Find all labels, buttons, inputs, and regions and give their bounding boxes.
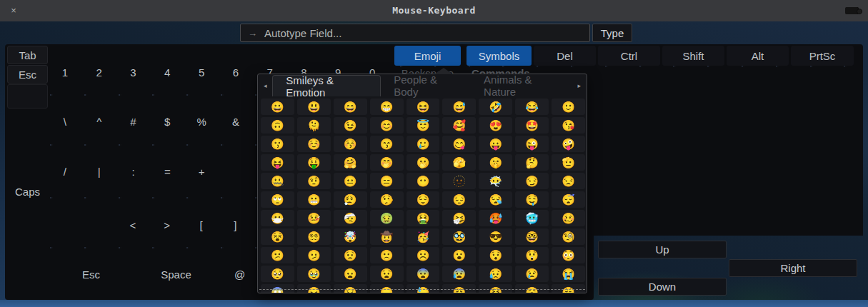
emoji-cell[interactable]: 🙁 [370,247,404,263]
emoji-cell[interactable]: 😭 [552,266,585,282]
key[interactable]: & [219,112,253,131]
key-shift[interactable]: Shift [662,46,724,66]
emoji-cell[interactable]: 🫥 [442,173,476,189]
emoji-cell[interactable]: 🤨 [297,173,331,189]
emoji-cell[interactable]: ☹️ [406,247,440,263]
emoji-cell[interactable]: 🤫 [479,154,512,171]
key[interactable]: $ [150,112,184,131]
emoji-cell[interactable]: 🤥 [370,191,404,208]
emoji-cell[interactable]: 🥹 [297,266,331,282]
emoji-cell[interactable]: 🤭 [370,154,404,171]
emoji-cell[interactable]: 🤢 [370,210,404,226]
key[interactable]: > [150,216,184,234]
tab-smileys-emotion[interactable]: Smileys & Emotion [272,75,381,96]
emoji-cell[interactable]: 😮 [442,247,476,263]
emoji-cell[interactable]: 😨 [406,266,440,282]
key[interactable]: | [82,162,116,181]
key[interactable]: 2 [82,63,116,81]
key[interactable]: Space [132,265,220,283]
emoji-cell[interactable]: 😋 [442,136,476,152]
emoji-cell[interactable]: 😦 [334,266,367,282]
emoji-cell[interactable]: 🫣 [442,154,476,171]
emoji-cell[interactable]: 🤔 [515,154,549,171]
emoji-cell[interactable]: 😘 [552,117,585,134]
emoji-cell[interactable]: 🥶 [515,210,549,226]
emoji-cell[interactable]: 🙄 [261,191,294,208]
emoji-cell[interactable]: 🤒 [297,210,331,226]
key[interactable]: ^ [82,112,116,131]
key-up[interactable]: Up [598,241,727,258]
emoji-cell[interactable]: 😷 [261,210,294,226]
emoji-cell[interactable]: 😯 [479,247,512,263]
emoji-cell[interactable]: 😛 [479,136,512,152]
emoji-cell[interactable]: 😁 [370,99,404,115]
emoji-cell[interactable]: 😟 [334,247,367,263]
emoji-cell[interactable]: 🥸 [442,228,476,245]
key-down[interactable]: Down [598,278,727,296]
key[interactable]: 4 [150,63,184,81]
emoji-cell[interactable]: 😪 [479,191,512,208]
emoji-cell[interactable]: 🙃 [261,117,294,134]
emoji-cell[interactable]: 🥳 [406,228,440,245]
emoji-cell[interactable]: 😶 [406,173,440,189]
emoji-button[interactable]: Emoji [394,46,461,66]
type-button[interactable]: Type [592,24,632,42]
key[interactable]: 1 [48,63,82,81]
emoji-cell[interactable]: 🫤 [297,247,331,263]
emoji-cell[interactable]: 😅 [442,99,476,115]
emoji-cell[interactable]: 😄 [334,99,367,115]
emoji-cell[interactable]: 🤤 [515,191,549,208]
emoji-cell[interactable]: 😝 [261,154,294,171]
emoji-cell[interactable]: 🥺 [261,266,294,282]
emoji-cell[interactable]: 😔 [442,191,476,208]
symbols-button[interactable]: Symbols [467,46,532,66]
key[interactable]: % [184,112,219,131]
emoji-cell[interactable]: 😌 [406,191,440,208]
emoji-cell[interactable]: 😉 [334,117,367,134]
emoji-cell[interactable]: 😗 [261,136,294,152]
emoji-cell[interactable]: 😕 [261,247,294,263]
key-esc[interactable]: Esc [7,65,48,84]
emoji-cell[interactable]: 🫢 [406,154,440,171]
emoji-cell[interactable]: 😬 [297,191,331,208]
emoji-cell[interactable]: 😰 [442,266,476,282]
tab-animals-nature[interactable]: Animals & Nature [471,75,572,96]
emoji-cell[interactable]: 😜 [515,136,549,152]
key[interactable]: + [184,162,219,181]
emoji-cell[interactable]: 😏 [515,173,549,189]
key[interactable]: = [150,162,184,181]
emoji-cell[interactable]: 😂 [515,99,549,115]
key[interactable]: # [116,112,151,131]
key-ctrl[interactable]: Ctrl [598,46,660,66]
emoji-cell[interactable]: 🤯 [334,228,367,245]
emoji-cell[interactable]: 😲 [515,247,549,263]
emoji-cell[interactable]: 😎 [479,228,512,245]
emoji-cell[interactable]: 😧 [370,266,404,282]
emoji-cell[interactable]: 😚 [334,136,367,152]
emoji-cell[interactable]: ☺️ [297,136,331,152]
key[interactable]: Esc [50,265,132,283]
key-tab[interactable]: Tab [7,46,48,64]
emoji-cell[interactable]: 😑 [370,173,404,189]
key[interactable]: 5 [184,63,219,81]
emoji-cell[interactable]: 😀 [261,99,294,115]
key-caps[interactable]: Caps [7,184,48,198]
key[interactable]: 3 [116,63,151,81]
key-prtsc[interactable]: PrtSc [791,46,854,66]
emoji-cell[interactable]: 🧐 [552,228,585,245]
emoji-cell[interactable]: 🤪 [552,136,585,152]
emoji-cell[interactable]: 😍 [479,117,512,134]
key[interactable]: : [116,162,151,181]
emoji-cell[interactable]: 🥴 [552,210,585,226]
emoji-cell[interactable]: 😵 [261,228,294,245]
emoji-cell[interactable]: 😳 [552,247,585,263]
emoji-cell[interactable]: 🤠 [370,228,404,245]
emoji-cell[interactable]: 😙 [370,136,404,152]
emoji-cell[interactable]: 😥 [479,266,512,282]
emoji-cell[interactable]: 😴 [552,191,585,208]
autotype-input[interactable] [263,26,589,40]
emoji-cell[interactable]: 🤑 [297,154,331,171]
emoji-cell[interactable]: 🤓 [515,228,549,245]
emoji-cell[interactable]: 🫠 [297,117,331,134]
key-del[interactable]: Del [534,46,596,66]
